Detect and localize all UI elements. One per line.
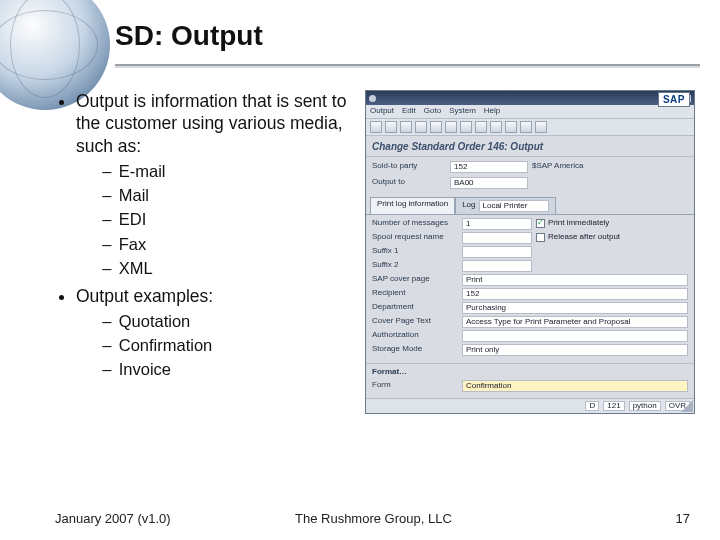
- menu-item[interactable]: Output: [370, 107, 394, 116]
- checkbox-row[interactable]: ✓Print immediately: [536, 218, 688, 230]
- label: Form: [372, 380, 458, 392]
- example-item: Quotation: [102, 311, 355, 332]
- label: Recipient: [372, 288, 458, 300]
- example-item: Confirmation: [102, 335, 355, 356]
- media-item: XML: [102, 258, 355, 279]
- sap-tabs: Print log information Log Local Printer: [366, 197, 694, 215]
- label: Output to: [372, 177, 446, 189]
- menu-item[interactable]: Goto: [424, 107, 441, 116]
- media-item: Mail: [102, 185, 355, 206]
- sap-statusbar: D 121 python OVR: [366, 398, 694, 414]
- label: Spool request name: [372, 232, 458, 244]
- label: SAP cover page: [372, 274, 458, 286]
- bullet-main-1: Output is information that is sent to th…: [76, 90, 355, 279]
- field-value[interactable]: [462, 330, 688, 342]
- sap-window: SAP Output Edit Goto System Help: [365, 90, 695, 414]
- field-value-highlight[interactable]: Confirmation: [462, 380, 688, 392]
- status-cell: D: [585, 401, 599, 412]
- checkbox-icon[interactable]: ✓: [536, 219, 545, 228]
- checkbox-label: Release after output: [548, 233, 620, 242]
- checkbox-icon[interactable]: [536, 233, 545, 242]
- title-area: SD: Output: [115, 20, 700, 66]
- slide-title: SD: Output: [115, 20, 700, 52]
- menu-item[interactable]: System: [449, 107, 476, 116]
- footer-page: 17: [676, 511, 690, 526]
- label: Suffix 2: [372, 260, 458, 272]
- menu-item[interactable]: Help: [484, 107, 500, 116]
- tab-print-log[interactable]: Print log information: [370, 197, 455, 214]
- sap-form: Number of messages 1 ✓Print immediately …: [366, 215, 694, 362]
- footer-date: January 2007 (v1.0): [55, 511, 171, 526]
- bullet-main-2: Output examples: Quotation Confirmation …: [76, 285, 355, 381]
- status-cell: python: [629, 401, 661, 412]
- menu-item[interactable]: Edit: [402, 107, 416, 116]
- field-value[interactable]: Print: [462, 274, 688, 286]
- toolbar-button[interactable]: [445, 121, 457, 133]
- sap-format-section: Format… Form Confirmation: [366, 364, 694, 398]
- field-value[interactable]: [462, 232, 532, 244]
- toolbar-button[interactable]: [535, 121, 547, 133]
- toolbar-button[interactable]: [505, 121, 517, 133]
- toolbar-button[interactable]: [490, 121, 502, 133]
- title-underline: [115, 64, 700, 66]
- toolbar-button[interactable]: [430, 121, 442, 133]
- field-value[interactable]: [462, 260, 532, 272]
- media-item: EDI: [102, 209, 355, 230]
- sap-menubar: Output Edit Goto System Help: [366, 105, 694, 118]
- window-control-icon[interactable]: [369, 95, 376, 102]
- toolbar-button[interactable]: [520, 121, 532, 133]
- media-item: Fax: [102, 234, 355, 255]
- sap-header-fields: Sold-to party 152 $SAP America Output to…: [366, 157, 694, 193]
- toolbar-button[interactable]: [370, 121, 382, 133]
- label: Authorization: [372, 330, 458, 342]
- bullet-main-1-text: Output is information that is sent to th…: [76, 91, 346, 156]
- toolbar-button[interactable]: [385, 121, 397, 133]
- toolbar-button[interactable]: [460, 121, 472, 133]
- field-value[interactable]: 1: [462, 218, 532, 230]
- bullet-main-2-text: Output examples:: [76, 286, 213, 306]
- label: Number of messages: [372, 218, 458, 230]
- toolbar-button[interactable]: [475, 121, 487, 133]
- label: Suffix 1: [372, 246, 458, 258]
- sap-screen-title: Change Standard Order 146: Output: [366, 135, 694, 155]
- label: Cover Page Text: [372, 316, 458, 328]
- footer-org: The Rushmore Group, LLC: [295, 511, 452, 526]
- slide: SD: Output Output is information that is…: [0, 0, 720, 540]
- label: Storage Mode: [372, 344, 458, 356]
- label: Department: [372, 302, 458, 314]
- field-value[interactable]: 152: [462, 288, 688, 300]
- slide-footer: January 2007 (v1.0) The Rushmore Group, …: [55, 511, 690, 526]
- log-value[interactable]: Local Printer: [479, 200, 549, 212]
- sap-toolbar: [366, 118, 694, 135]
- status-cell: 121: [603, 401, 624, 412]
- toolbar-button[interactable]: [415, 121, 427, 133]
- field-text: $SAP America: [532, 161, 688, 173]
- tab-log-label: Log: [462, 201, 475, 210]
- field-value[interactable]: BA00: [450, 177, 528, 189]
- checkbox-row[interactable]: Release after output: [536, 232, 688, 244]
- field-value[interactable]: Print only: [462, 344, 688, 356]
- field-value[interactable]: Access Type for Print Parameter and Prop…: [462, 316, 688, 328]
- section-heading: Format…: [372, 367, 688, 378]
- sap-titlebar: [366, 91, 694, 105]
- body: Output is information that is sent to th…: [55, 90, 700, 490]
- example-item: Invoice: [102, 359, 355, 380]
- checkbox-label: Print immediately: [548, 219, 609, 228]
- label: Sold-to party: [372, 161, 446, 173]
- text-column: Output is information that is sent to th…: [55, 90, 355, 490]
- tab-log[interactable]: Log Local Printer: [455, 197, 555, 214]
- resize-handle-icon[interactable]: [681, 400, 693, 412]
- toolbar-button[interactable]: [400, 121, 412, 133]
- field-value[interactable]: 152: [450, 161, 528, 173]
- sap-logo: SAP: [658, 92, 690, 107]
- field-value[interactable]: Purchasing: [462, 302, 688, 314]
- figure-column: SAP Output Edit Goto System Help: [365, 90, 700, 490]
- field-value[interactable]: [462, 246, 532, 258]
- media-item: E-mail: [102, 161, 355, 182]
